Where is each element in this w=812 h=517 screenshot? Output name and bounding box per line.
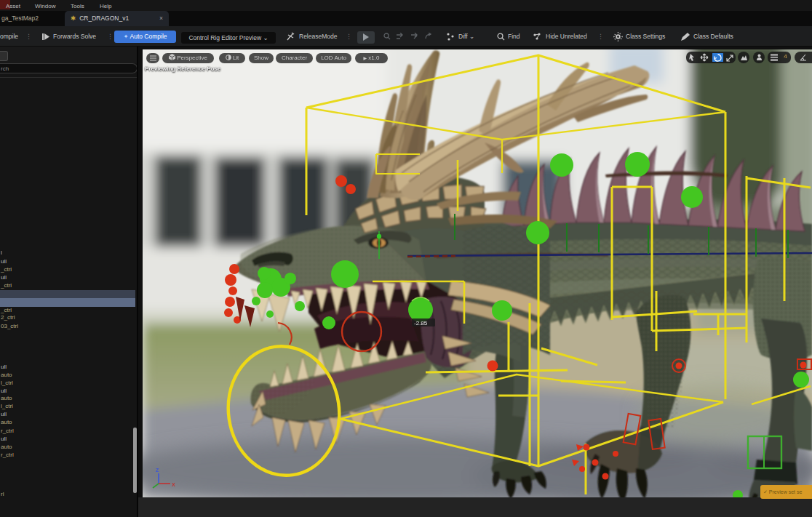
svg-text:X: X xyxy=(172,482,175,487)
svg-text:Z: Z xyxy=(156,468,159,473)
svg-text:-2.85: -2.85 xyxy=(414,320,428,326)
